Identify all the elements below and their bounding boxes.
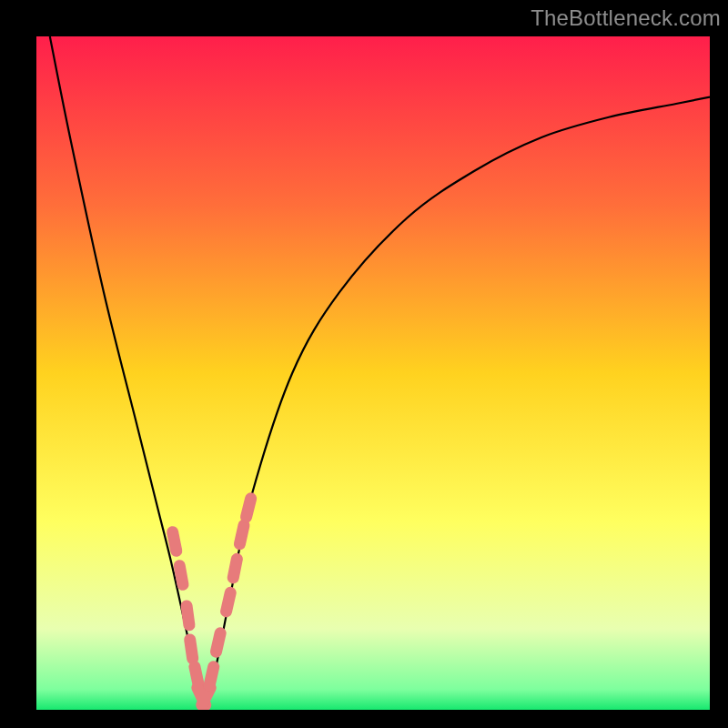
chart-frame: TheBottleneck.com — [0, 0, 728, 728]
watermark-text: TheBottleneck.com — [531, 5, 721, 31]
svg-rect-0 — [36, 36, 710, 710]
background-gradient — [36, 36, 710, 710]
plot-area — [36, 36, 710, 710]
